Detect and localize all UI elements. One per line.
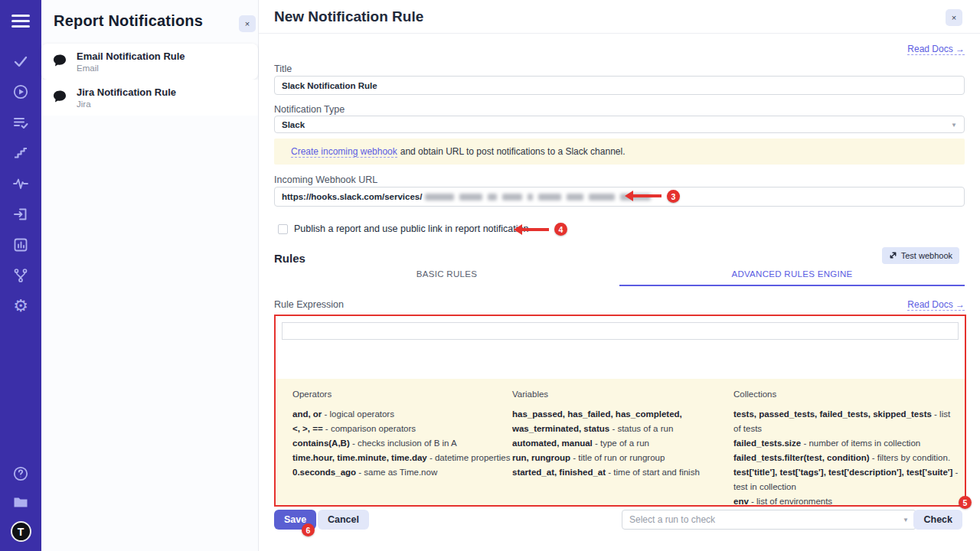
title-input-value: Slack Notification Rule bbox=[282, 81, 377, 90]
check-button[interactable]: Check bbox=[913, 510, 962, 530]
create-webhook-link[interactable]: Create incoming webhook bbox=[291, 146, 397, 158]
form-header: New Notification Rule bbox=[259, 0, 980, 34]
variables-column: Variables has_passed, has_failed, has_co… bbox=[512, 387, 733, 505]
pulse-icon[interactable] bbox=[11, 174, 30, 193]
annotation-arrow-4 bbox=[517, 228, 549, 231]
annotation-badge-5: 5 bbox=[959, 496, 972, 509]
operators-column: Operators and, or - logical operators<, … bbox=[292, 387, 512, 505]
collections-column: Collections tests, passed_tests, failed_… bbox=[733, 387, 959, 505]
webhook-url-value: https://hooks.slack.com/services/ bbox=[282, 192, 422, 201]
publish-report-checkbox[interactable] bbox=[278, 224, 288, 234]
publish-report-label: Publish a report and use public link in … bbox=[294, 223, 528, 234]
help-entry: tests, passed_tests, failed_tests, skipp… bbox=[733, 407, 959, 436]
app-sidebar: ⚙ T bbox=[0, 0, 41, 551]
gear-icon[interactable]: ⚙ bbox=[11, 297, 30, 315]
annotation-badge-6: 6 bbox=[302, 523, 315, 536]
form-close-button[interactable]: × bbox=[946, 9, 962, 26]
help-entry: has_passed, has_failed, has_completed, w… bbox=[512, 407, 733, 436]
webhook-url-label: Incoming Webhook URL bbox=[274, 174, 377, 185]
help-entry: automated, manual - type of a run bbox=[512, 436, 733, 451]
report-notifications-panel: Report Notifications × Email Notificatio… bbox=[41, 0, 259, 551]
help-entry: and, or - logical operators bbox=[292, 407, 512, 422]
annotation-badge-3: 3 bbox=[667, 190, 680, 203]
help-entry: test['title'], test['tags'], test['descr… bbox=[733, 465, 959, 494]
help-entry: contains(A,B) - checks inclusion of B in… bbox=[292, 436, 512, 451]
collections-header: Collections bbox=[733, 387, 959, 402]
info-text: and obtain URL to post notifications to … bbox=[400, 146, 626, 157]
chevron-down-icon: ▼ bbox=[903, 517, 909, 523]
read-docs-link-top[interactable]: Read Docs → bbox=[907, 44, 965, 55]
run-select-placeholder: Select a run to check bbox=[629, 514, 715, 525]
test-webhook-button[interactable]: Test webhook bbox=[882, 247, 959, 264]
help-entry: <, >, == - comparison operators bbox=[292, 422, 512, 436]
rule-title: Jira Notification Rule bbox=[77, 86, 176, 98]
chat-bubble-icon bbox=[52, 89, 67, 107]
annotation-badge-4: 4 bbox=[554, 223, 567, 236]
tab[interactable]: BASIC RULES bbox=[274, 269, 619, 286]
redacted-webhook-token bbox=[425, 194, 651, 201]
notification-type-value: Slack bbox=[282, 120, 305, 129]
rules-heading: Rules bbox=[274, 252, 305, 265]
slack-info-box: Create incoming webhook and obtain URL t… bbox=[274, 139, 965, 165]
menu-icon[interactable] bbox=[11, 11, 30, 31]
notification-type-select[interactable]: Slack ▼ bbox=[274, 116, 965, 133]
panel-title: Report Notifications bbox=[54, 12, 203, 30]
notification-rule-list: Email Notification Rule Email Jira Notif… bbox=[41, 44, 258, 116]
cancel-button[interactable]: Cancel bbox=[318, 510, 369, 530]
git-fork-icon[interactable] bbox=[11, 266, 30, 285]
help-entry: 0.seconds_ago - same as Time.now bbox=[292, 465, 512, 480]
panel-close-button[interactable]: × bbox=[239, 15, 256, 32]
title-label: Title bbox=[274, 64, 292, 74]
expression-help-panel: Operators and, or - logical operators<, … bbox=[276, 379, 965, 505]
tab[interactable]: ADVANCED RULES ENGINE bbox=[619, 269, 965, 286]
read-docs-link-expression[interactable]: Read Docs → bbox=[907, 299, 965, 311]
notification-type-label: Notification Type bbox=[274, 104, 345, 115]
import-run-icon[interactable] bbox=[11, 205, 30, 223]
help-entry: run, rungroup - title of run or rungroup bbox=[512, 451, 733, 465]
help-entry: time.hour, time.minute, time.day - datet… bbox=[292, 451, 512, 465]
help-icon[interactable] bbox=[11, 465, 30, 483]
rule-expression-editor[interactable]: contains(run, "Release") and manual and … bbox=[282, 322, 959, 340]
bar-chart-icon[interactable] bbox=[11, 236, 30, 254]
rule-title: Email Notification Rule bbox=[77, 51, 185, 62]
chat-bubble-icon bbox=[52, 53, 67, 71]
list-check-icon[interactable] bbox=[11, 113, 30, 132]
annotation-arrow-3 bbox=[628, 194, 662, 197]
title-input[interactable]: Slack Notification Rule bbox=[274, 76, 965, 95]
variables-header: Variables bbox=[512, 387, 733, 402]
help-entry: failed_tests.size - number of items in c… bbox=[733, 436, 959, 451]
list-item[interactable]: Jira Notification Rule Jira bbox=[41, 80, 258, 116]
test-webhook-label: Test webhook bbox=[901, 251, 952, 260]
rules-tabs: BASIC RULES ADVANCED RULES ENGINE bbox=[274, 269, 965, 286]
new-notification-rule-form: New Notification Rule × Read Docs → Titl… bbox=[259, 0, 980, 551]
list-item[interactable]: Email Notification Rule Email bbox=[41, 44, 258, 80]
annotation-highlight-box: contains(run, "Release") and manual and … bbox=[274, 315, 966, 507]
page-title: New Notification Rule bbox=[274, 8, 423, 25]
help-entry: failed_tests.filter(test, condition) - f… bbox=[733, 451, 959, 465]
help-entry: started_at, finished_at - time of start … bbox=[512, 465, 733, 480]
stairs-icon[interactable] bbox=[11, 144, 30, 162]
check-icon[interactable] bbox=[11, 52, 30, 70]
operators-header: Operators bbox=[292, 387, 512, 402]
rule-subtitle: Jira bbox=[77, 99, 176, 109]
chevron-down-icon: ▼ bbox=[951, 121, 957, 128]
play-circle-icon[interactable] bbox=[11, 83, 30, 101]
run-select[interactable]: Select a run to check ▼ bbox=[622, 510, 916, 530]
rule-subtitle: Email bbox=[77, 64, 185, 73]
t-logo[interactable]: T bbox=[11, 521, 31, 542]
rule-expression-label: Rule Expression bbox=[274, 299, 344, 310]
help-entry: env - list of environments bbox=[733, 494, 959, 509]
folder-icon[interactable] bbox=[11, 493, 30, 511]
send-icon bbox=[889, 251, 897, 261]
